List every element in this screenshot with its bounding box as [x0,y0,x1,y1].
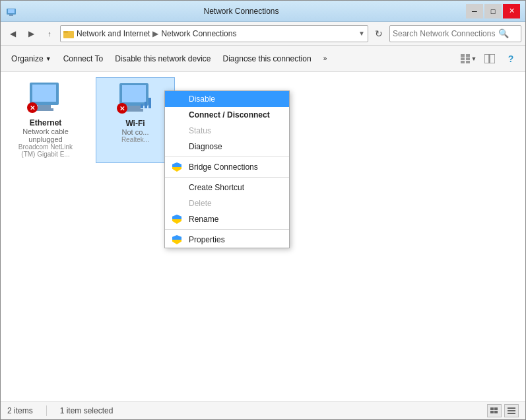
create-shortcut-label: Create Shortcut [189,183,244,192]
disable-network-button[interactable]: Disable this network device [110,48,216,69]
wifi-status: Not co... [122,128,149,136]
svg-rect-26 [145,102,147,108]
search-box[interactable]: 🔍 [389,25,521,42]
back-button[interactable]: ◀ [5,26,20,42]
wifi-detail: Realtek... [121,136,149,143]
view-options-button[interactable]: ▼ [459,50,478,68]
svg-rect-25 [141,104,143,108]
breadcrumb-sep1: ▶ [152,29,158,38]
connect-to-label: Connect To [63,54,104,63]
close-button[interactable]: ✕ [503,4,520,18]
svg-rect-20 [122,85,146,102]
search-input[interactable] [393,29,498,38]
bridge-label: Bridge Connections [189,162,258,172]
list-view-button[interactable] [487,404,502,417]
ctx-disable[interactable]: Disable [165,91,289,107]
svg-rect-10 [466,61,470,63]
ctx-status[interactable]: Status [165,123,289,139]
ctx-properties[interactable]: Properties [165,232,289,248]
view-options-icon [461,54,471,63]
svg-rect-22 [125,109,143,112]
rename-shield-icon [170,214,183,225]
detail-view-icon [508,407,515,414]
svg-rect-1 [8,9,15,13]
ctx-create-shortcut[interactable]: Create Shortcut [165,180,289,195]
view-dropdown-icon: ▼ [471,55,477,62]
window-frame: Network Connections ─ □ ✕ ◀ ▶ ↑ Network … [0,0,526,420]
svg-rect-2 [9,15,13,16]
organize-button[interactable]: Organize ▼ [6,48,57,69]
ctx-connect-disconnect[interactable]: Connect / Disconnect [165,107,289,123]
svg-text:✕: ✕ [30,104,35,112]
ctx-diagnose[interactable]: Diagnose [165,139,289,155]
connect-to-button[interactable]: Connect To [58,48,109,69]
minimize-button[interactable]: ─ [466,4,483,18]
connect-disconnect-label: Connect / Disconnect [189,110,270,120]
title-bar: Network Connections ─ □ ✕ [1,1,525,22]
status-sep [46,405,47,416]
selected-count: 1 item selected [60,406,114,415]
ctx-sep3 [165,229,289,230]
svg-rect-32 [508,407,515,409]
svg-rect-27 [148,98,151,108]
title-bar-left [6,6,16,17]
ctx-rename[interactable]: Rename [165,211,289,227]
svg-rect-30 [490,411,494,413]
help-button[interactable]: ? [502,50,520,68]
list-view-icon [490,407,498,414]
toolbar: Organize ▼ Connect To Disable this netwo… [1,46,525,72]
bridge-shield-icon [170,162,183,172]
more-button[interactable]: » [318,48,333,69]
svg-rect-28 [490,407,494,410]
app-icon [6,6,16,17]
toolbar-right: ▼ ? [459,50,520,68]
organize-dropdown-icon: ▼ [46,55,51,62]
wifi-pc-icon: ✕ [115,83,152,114]
disable-network-label: Disable this network device [115,54,211,63]
ethernet-item[interactable]: ✕ Ethernet Network cable unplugged Broad… [6,77,85,163]
svg-rect-15 [38,105,51,108]
ethernet-status: Network cable unplugged [11,127,80,143]
ethernet-detail: Broadcom NetLink (TM) Gigabit E... [11,143,80,158]
properties-label: Properties [189,235,225,244]
column-view-button[interactable] [480,50,499,68]
svg-rect-4 [63,31,68,33]
organize-label: Organize [11,54,44,63]
ctx-sep1 [165,157,289,157]
wifi-icon-container: ✕ [115,83,155,116]
ctx-sep2 [165,177,289,178]
up-button[interactable]: ↑ [42,26,57,42]
status-bar: 2 items 1 item selected [1,401,525,419]
svg-rect-7 [461,57,465,60]
forward-button[interactable]: ▶ [23,26,39,42]
svg-rect-29 [494,407,498,410]
status-label: Status [189,126,211,135]
breadcrumb: Network and Internet ▶ Network Connectio… [77,29,236,38]
svg-rect-21 [127,106,141,109]
properties-shield-icon [170,234,183,245]
address-dropdown-arrow[interactable]: ▼ [358,30,365,37]
detail-view-button[interactable] [504,404,519,417]
diagnose-ctx-label: Diagnose [189,142,222,151]
content-area: ✕ Ethernet Network cable unplugged Broad… [1,72,525,401]
refresh-button[interactable]: ↻ [371,26,387,42]
wifi-name: Wi-Fi [125,119,145,128]
wifi-item[interactable]: ✕ Wi-Fi Not co... Realtek... [96,77,175,163]
rename-label: Rename [189,215,218,224]
delete-label: Delete [189,199,212,208]
breadcrumb-path1: Network and Internet [77,29,150,38]
ctx-delete[interactable]: Delete [165,195,289,211]
ethernet-pc-icon: ✕ [26,83,63,113]
ctx-bridge[interactable]: Bridge Connections [165,159,289,175]
item-count: 2 items [7,406,33,415]
svg-text:✕: ✕ [119,105,125,112]
svg-rect-34 [508,413,515,414]
search-icon: 🔍 [498,28,509,38]
address-input[interactable]: Network and Internet ▶ Network Connectio… [60,25,368,42]
svg-rect-8 [466,57,470,60]
maximize-button[interactable]: □ [484,4,502,18]
svg-rect-6 [466,54,470,57]
svg-rect-14 [32,85,56,102]
context-menu: Disable Connect / Disconnect Status Diag… [164,90,290,248]
diagnose-button[interactable]: Diagnose this connection [218,48,317,69]
